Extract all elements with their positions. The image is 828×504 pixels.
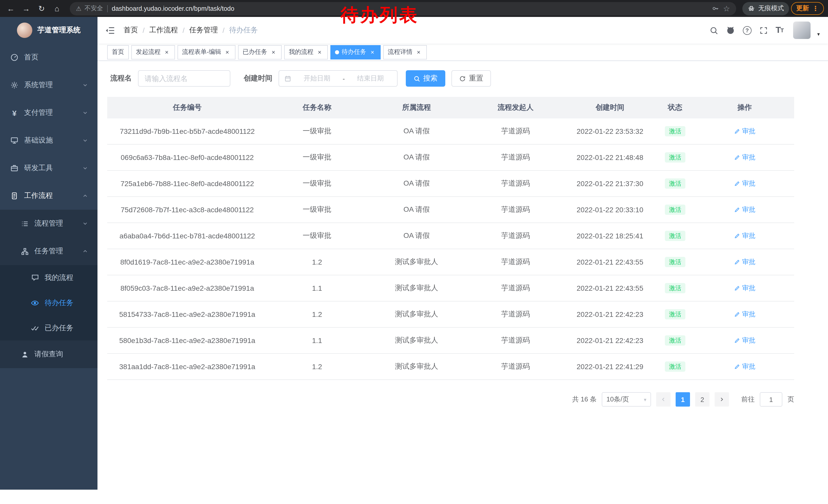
tab-todo-task[interactable]: 待办任务 × bbox=[330, 45, 381, 59]
cell-process: OA 请假 bbox=[367, 197, 466, 223]
close-icon[interactable]: × bbox=[316, 48, 323, 56]
page-button-1[interactable]: 1 bbox=[676, 392, 690, 407]
approve-label: 审批 bbox=[742, 127, 755, 136]
search-button[interactable]: 搜索 bbox=[406, 70, 445, 87]
cell-starter: 芋道源码 bbox=[466, 301, 565, 327]
approve-link[interactable]: 审批 bbox=[734, 127, 755, 136]
goto-page-input[interactable] bbox=[760, 392, 782, 407]
table-row: 8f0d1619-7ac8-11ec-a9e2-a2380e71991a 1.2… bbox=[107, 249, 794, 275]
close-icon[interactable]: × bbox=[163, 48, 170, 56]
approve-link[interactable]: 审批 bbox=[734, 179, 755, 188]
task-table: 任务编号 任务名称 所属流程 流程发起人 创建时间 状态 操作 73211d9d… bbox=[107, 97, 794, 380]
pencil-icon bbox=[734, 259, 740, 265]
breadcrumb-task-mgmt[interactable]: 任务管理 bbox=[189, 26, 218, 35]
approve-link[interactable]: 审批 bbox=[734, 153, 755, 162]
sidebar-item-home[interactable]: 首页 bbox=[0, 44, 97, 71]
browser-update-button[interactable]: 更新 ⋮ bbox=[791, 2, 824, 15]
approve-link[interactable]: 审批 bbox=[734, 258, 755, 267]
approve-label: 审批 bbox=[742, 310, 755, 319]
sidebar-item-my-process[interactable]: 我的流程 bbox=[0, 265, 97, 290]
page-content: 流程名 创建时间 开始日期 - 结束日期 搜索 重 bbox=[97, 61, 828, 504]
sidebar-item-label: 支付管理 bbox=[24, 108, 53, 118]
sidebar-item-done-task[interactable]: 已办任务 bbox=[0, 315, 97, 340]
breadcrumb-home[interactable]: 首页 bbox=[124, 26, 138, 35]
sidebar-menu: 首页 系统管理 ¥ 支付管理 基础设施 bbox=[0, 44, 97, 368]
tab-form-edit[interactable]: 流程表单-编辑 × bbox=[177, 45, 236, 59]
help-icon[interactable]: ? bbox=[743, 26, 752, 35]
process-name-input[interactable] bbox=[138, 70, 230, 87]
chevron-down-icon bbox=[81, 110, 89, 116]
close-icon[interactable]: × bbox=[224, 48, 231, 56]
tab-done-task[interactable]: 已办任务 × bbox=[238, 45, 282, 59]
approve-link[interactable]: 审批 bbox=[734, 362, 755, 371]
sidebar-item-system[interactable]: 系统管理 bbox=[0, 71, 97, 99]
cell-task-name: 一级审批 bbox=[267, 223, 367, 249]
sidebar-item-infra[interactable]: 基础设施 bbox=[0, 127, 97, 154]
browser-forward-icon[interactable]: → bbox=[19, 2, 33, 15]
sidebar-item-label: 我的流程 bbox=[45, 273, 73, 282]
date-range-picker[interactable]: 开始日期 - 结束日期 bbox=[279, 70, 398, 87]
chevron-down-icon bbox=[81, 137, 89, 144]
app-logo[interactable]: 芋道管理系统 bbox=[0, 17, 97, 44]
breadcrumb-workflow[interactable]: 工作流程 bbox=[149, 26, 178, 35]
status-badge: 激活 bbox=[665, 152, 686, 163]
search-icon bbox=[413, 75, 420, 82]
github-icon[interactable] bbox=[726, 26, 735, 35]
approve-link[interactable]: 审批 bbox=[734, 283, 755, 293]
approve-link[interactable]: 审批 bbox=[734, 336, 755, 345]
tags-view: 首页 发起流程 × 流程表单-编辑 × 已办任务 × 我的流程 × bbox=[97, 44, 828, 61]
cell-create-time: 2022-01-22 21:48:48 bbox=[565, 144, 655, 171]
password-key-icon[interactable] bbox=[711, 5, 719, 12]
browser-menu-icon[interactable]: ⋮ bbox=[812, 5, 819, 12]
sidebar-item-process-mgmt[interactable]: 流程管理 bbox=[0, 210, 97, 237]
page-button-2[interactable]: 2 bbox=[695, 392, 709, 407]
browser-refresh-icon[interactable]: ↻ bbox=[35, 2, 48, 15]
cell-status: 激活 bbox=[655, 171, 695, 197]
approve-link[interactable]: 审批 bbox=[734, 310, 755, 319]
table-row: 8f059c03-7ac8-11ec-a9e2-a2380e71991a 1.1… bbox=[107, 275, 794, 301]
security-warning[interactable]: ⚠ 不安全 bbox=[76, 4, 103, 13]
tab-process-detail[interactable]: 流程详情 × bbox=[383, 45, 427, 59]
status-badge: 激活 bbox=[665, 126, 686, 137]
status-badge: 激活 bbox=[665, 362, 686, 372]
cell-status: 激活 bbox=[655, 197, 695, 223]
table-row: 381aa1dd-7ac8-11ec-a9e2-a2380e71991a 1.2… bbox=[107, 354, 794, 380]
page-size-select[interactable]: 10条/页 ▾ bbox=[602, 392, 651, 407]
next-page-button[interactable] bbox=[715, 392, 729, 407]
cell-actions: 审批 bbox=[695, 354, 794, 380]
approve-link[interactable]: 审批 bbox=[734, 205, 755, 214]
cell-actions: 审批 bbox=[695, 223, 794, 249]
approve-link[interactable]: 审批 bbox=[734, 231, 755, 240]
avatar[interactable] bbox=[793, 21, 811, 39]
sidebar-item-leave-query[interactable]: 请假查询 bbox=[0, 340, 97, 368]
tab-my-process[interactable]: 我的流程 × bbox=[284, 45, 328, 59]
browser-home-icon[interactable]: ⌂ bbox=[50, 2, 64, 15]
cell-task-id: 580e1b3d-7ac8-11ec-a9e2-a2380e71991a bbox=[107, 327, 267, 354]
tab-start-process[interactable]: 发起流程 × bbox=[131, 45, 175, 59]
table-row: 75d72608-7b7f-11ec-a3c8-acde48001122 一级审… bbox=[107, 197, 794, 223]
chevron-down-icon bbox=[81, 221, 89, 227]
sidebar-item-task-mgmt[interactable]: 任务管理 bbox=[0, 237, 97, 265]
close-icon[interactable]: × bbox=[415, 48, 422, 56]
sidebar-fold-icon[interactable] bbox=[106, 26, 115, 35]
search-icon[interactable] bbox=[709, 26, 718, 35]
reset-button[interactable]: 重置 bbox=[451, 70, 491, 87]
tab-label: 已办任务 bbox=[243, 48, 267, 56]
font-size-icon[interactable]: TT bbox=[776, 25, 783, 35]
prev-page-button[interactable] bbox=[656, 392, 670, 407]
tab-home[interactable]: 首页 bbox=[107, 45, 129, 59]
close-icon[interactable]: × bbox=[270, 48, 277, 56]
sidebar-item-payment[interactable]: ¥ 支付管理 bbox=[0, 99, 97, 127]
cell-starter: 芋道源码 bbox=[466, 249, 565, 275]
sidebar-item-label: 基础设施 bbox=[24, 136, 53, 145]
close-icon[interactable]: × bbox=[369, 48, 376, 56]
bookmark-star-icon[interactable]: ☆ bbox=[723, 4, 730, 13]
sidebar-item-workflow[interactable]: 工作流程 bbox=[0, 182, 97, 210]
browser-back-icon[interactable]: ← bbox=[4, 2, 17, 15]
divider bbox=[107, 5, 108, 12]
cell-actions: 审批 bbox=[695, 197, 794, 223]
sidebar-item-devtools[interactable]: 研发工具 bbox=[0, 154, 97, 182]
fullscreen-icon[interactable] bbox=[759, 26, 768, 35]
sidebar-item-todo-task[interactable]: 待办任务 bbox=[0, 290, 97, 315]
sitemap-icon bbox=[20, 247, 29, 255]
